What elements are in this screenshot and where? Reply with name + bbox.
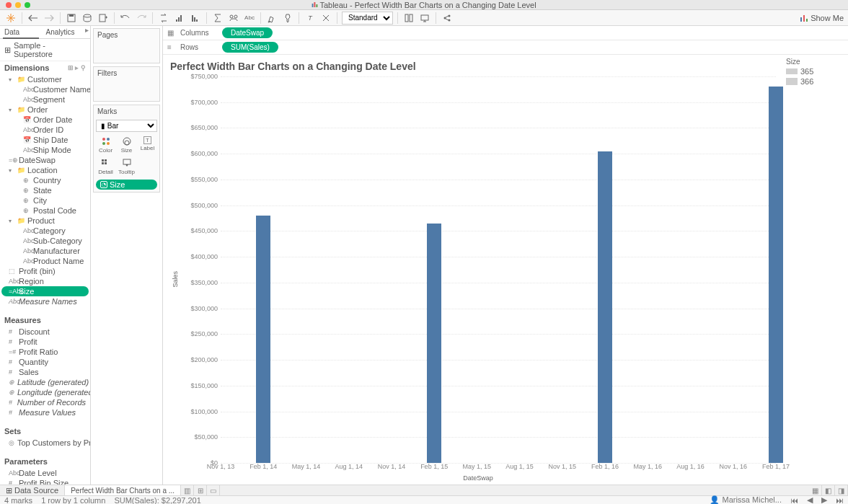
chart-plot[interactable]: $0$50,000$100,000$150,000$200,000$250,00… [180,76,776,463]
field-prodname[interactable]: AbcProduct Name [0,256,90,266]
pages-card[interactable]: Pages [93,28,160,63]
columns-shelf[interactable]: ▦ Columns DateSwap [163,26,848,40]
marks-tooltip-button[interactable]: Tooltip [117,156,136,177]
group-icon[interactable] [227,12,240,25]
pin-icon[interactable] [281,12,294,25]
chart-bar[interactable] [769,87,783,463]
undo-icon[interactable] [119,12,132,25]
data-source-tab[interactable]: ⊞Data Source [0,485,65,495]
field-manufacturer[interactable]: AbcManufacturer [0,246,90,256]
svg-point-24 [102,138,105,141]
highlight-icon[interactable] [265,12,278,25]
filters-card[interactable]: Filters [93,66,160,102]
fit-select[interactable]: Standard [342,12,393,25]
sheet-nav-icon[interactable]: ◧ [822,485,835,495]
field-profit-ratio[interactable]: =#Profit Ratio [0,347,90,357]
field-num-records[interactable]: #Number of Records [0,397,90,407]
minimize-window-icon[interactable] [15,2,21,8]
tab-data[interactable]: Data [0,26,42,38]
field-quantity[interactable]: #Quantity [0,357,90,367]
field-city[interactable]: ⊕City [0,195,90,205]
field-subcat[interactable]: AbcSub-Category [0,236,90,246]
new-data-icon[interactable] [81,12,94,25]
marks-detail-button[interactable]: Detail [96,156,115,177]
save-icon[interactable] [65,12,78,25]
forward-icon[interactable] [43,12,56,25]
sort-asc-icon[interactable] [173,12,186,25]
current-sheet-tab[interactable]: Perfect Width Bar Charts on a ... [65,485,181,495]
folder-customer[interactable]: ▾📁Customer [0,74,90,84]
tableau-logo-icon[interactable] [4,12,17,25]
param-date-level[interactable]: AbcDate Level [0,468,90,478]
status-nav-next-icon[interactable]: ▶ [821,495,827,504]
back-icon[interactable] [27,12,40,25]
field-customer-name[interactable]: AbcCustomer Name [0,84,90,94]
set-top-cust[interactable]: ◎Top Customers by Profit [0,438,90,448]
folder-order[interactable]: ▾📁Order [0,105,90,115]
param-profit-bin-size[interactable]: #Profit Bin Size [0,478,90,485]
tab-analytics[interactable]: Analytics [42,26,84,38]
close-window-icon[interactable] [6,2,12,8]
clear-icon[interactable] [319,12,332,25]
field-category[interactable]: AbcCategory [0,226,90,236]
field-lat[interactable]: ⊕Latitude (generated) [0,377,90,387]
share-icon[interactable] [441,12,454,25]
marks-color-button[interactable]: Color [96,135,115,155]
abc-icon[interactable]: Abc [243,12,256,25]
field-order-id[interactable]: AbcOrder ID [0,125,90,135]
size-legend[interactable]: Size 365 366 [783,55,848,485]
visualization[interactable]: Perfect Width Bar Charts on a Changing D… [163,55,783,485]
maximize-window-icon[interactable] [25,2,30,8]
columns-pill[interactable]: DateSwap [222,27,273,38]
new-worksheet-icon[interactable]: ▥ [181,485,194,495]
data-source-item[interactable]: ⊞Sample - Superstore [0,39,90,61]
marks-label-button[interactable]: TLabel [138,135,157,155]
field-postal[interactable]: ⊕Postal Code [0,205,90,216]
field-country[interactable]: ⊕Country [0,175,90,185]
new-story-icon[interactable]: ▭ [207,485,220,495]
marks-type-select[interactable]: ▮ Bar [96,120,157,132]
folder-location[interactable]: ▾📁Location [0,165,90,175]
sheet-sorter-icon[interactable]: ▦ [809,485,822,495]
field-measure-names[interactable]: AbcMeasure Names [0,296,90,306]
swap-icon[interactable] [157,12,170,25]
new-dashboard-icon[interactable]: ⊞ [194,485,207,495]
presentation-icon[interactable] [418,12,431,25]
field-date-swap[interactable]: =⊕DateSwap [0,155,90,165]
field-sales[interactable]: #Sales [0,367,90,377]
new-sheet-icon[interactable] [97,12,110,25]
field-lon[interactable]: ⊕Longitude (generated) [0,387,90,397]
field-size[interactable]: =AbcSize [1,286,89,296]
field-region[interactable]: AbcRegion [0,276,90,286]
field-measure-values[interactable]: #Measure Values [0,407,90,417]
field-state[interactable]: ⊕State [0,185,90,195]
rows-shelf[interactable]: ≡ Rows SUM(Sales) [163,40,848,55]
chart-title[interactable]: Perfect Width Bar Charts on a Changing D… [170,61,776,72]
redo-icon[interactable] [135,12,148,25]
marks-card[interactable]: Marks ▮ Bar Color Size TLabel Detail Too… [93,105,160,193]
field-profit-bin[interactable]: ⬚Profit (bin) [0,266,90,276]
folder-product[interactable]: ▾📁Product [0,216,90,226]
status-nav-last-icon[interactable]: ⏭ [836,496,844,505]
rows-pill[interactable]: SUM(Sales) [222,42,278,53]
show-me-button[interactable]: Show Me [800,14,844,22]
field-discount[interactable]: #Discount [0,327,90,337]
sheet-tabs-icon[interactable]: ◨ [835,485,848,495]
pane-menu-icon[interactable]: ▸ [83,26,90,38]
cards-icon[interactable] [402,12,415,25]
field-profit[interactable]: #Profit [0,337,90,347]
field-ship-mode[interactable]: AbcShip Mode [0,145,90,155]
label-icon[interactable]: T [304,12,317,25]
marks-size-button[interactable]: Size [117,135,136,155]
field-ship-date[interactable]: 📅Ship Date [0,135,90,145]
chart-bar[interactable] [256,216,270,463]
totals-icon[interactable] [211,12,224,25]
field-segment[interactable]: AbcSegment [0,94,90,105]
field-order-date[interactable]: 📅Order Date [0,115,90,125]
sort-desc-icon[interactable] [189,12,202,25]
chart-bar[interactable] [427,224,441,463]
status-nav-prev-icon[interactable]: ◀ [807,495,813,504]
chart-bar[interactable] [598,151,612,463]
marks-size-pill[interactable]: ◔Size [96,180,157,190]
status-nav-first-icon[interactable]: ⏮ [790,496,798,505]
